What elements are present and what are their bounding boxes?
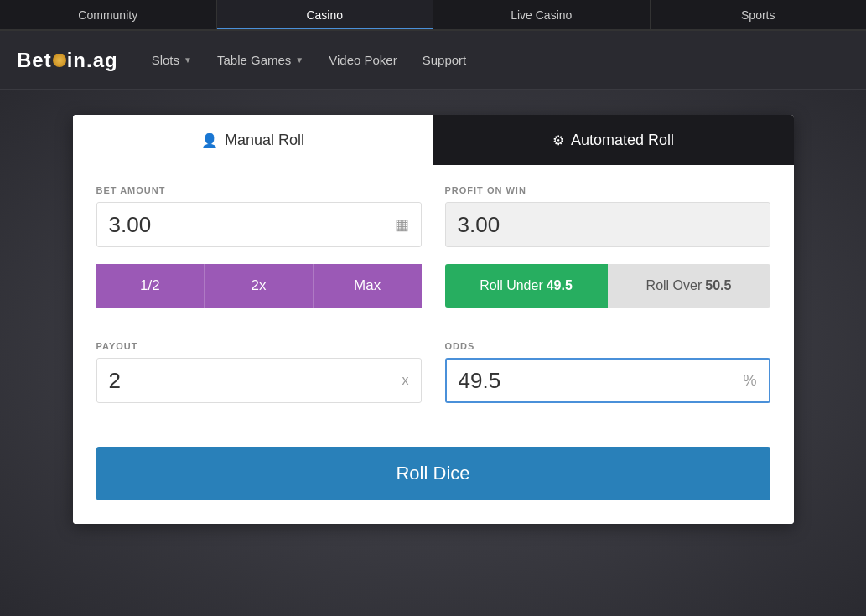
- nav-support[interactable]: Support: [423, 53, 467, 67]
- nav-table-games[interactable]: Table Games ▼: [217, 53, 303, 67]
- multiplier-col: 1/2 2x Max: [96, 264, 422, 324]
- roll-under-value: 49.5: [547, 278, 573, 293]
- roll-under-button[interactable]: Roll Under 49.5: [445, 264, 608, 308]
- nav-slots[interactable]: Slots ▼: [152, 53, 192, 67]
- tab-automated-roll[interactable]: ⚙ Automated Roll: [433, 115, 794, 165]
- nav-live-casino[interactable]: Live Casino: [433, 0, 651, 29]
- nav-video-poker[interactable]: Video Poker: [329, 53, 397, 67]
- secondary-nav-items: Slots ▼ Table Games ▼ Video Poker Suppor…: [152, 53, 467, 67]
- middle-row: 1/2 2x Max Roll Under 49.5 Roll Over: [96, 264, 770, 324]
- bet-amount-icon: ▦: [395, 215, 409, 234]
- profit-on-win-label: PROFIT ON WIN: [445, 185, 770, 195]
- tab-header: 👤 Manual Roll ⚙ Automated Roll: [73, 115, 794, 165]
- roll-dice-section: Roll Dice: [73, 443, 794, 524]
- payout-label: PAYOUT: [96, 341, 422, 351]
- roll-over-button[interactable]: Roll Over 50.5: [608, 264, 770, 308]
- nav-sports[interactable]: Sports: [651, 0, 867, 29]
- bottom-fields-row: PAYOUT 2 x ODDS 49.5 %: [96, 341, 770, 403]
- dice-card: 👤 Manual Roll ⚙ Automated Roll BET AMOUN…: [73, 115, 794, 524]
- payout-value: 2: [109, 368, 402, 394]
- roll-direction-row: Roll Under 49.5 Roll Over 50.5: [445, 264, 770, 308]
- profit-on-win-value: 3.00: [458, 212, 758, 238]
- bet-amount-label: BET AMOUNT: [96, 185, 422, 195]
- double-button[interactable]: 2x: [205, 264, 314, 308]
- manual-person-icon: 👤: [201, 132, 218, 148]
- bet-amount-col: BET AMOUNT 3.00 ▦: [96, 185, 422, 247]
- automated-gear-icon: ⚙: [552, 132, 564, 148]
- roll-over-value: 50.5: [705, 278, 731, 293]
- table-games-dropdown-icon: ▼: [295, 55, 303, 65]
- main-content: 👤 Manual Roll ⚙ Automated Roll BET AMOUN…: [0, 90, 866, 616]
- bet-amount-value: 3.00: [109, 212, 395, 238]
- roll-direction-col: Roll Under 49.5 Roll Over 50.5: [445, 264, 770, 324]
- multiplier-row: 1/2 2x Max: [96, 264, 422, 308]
- odds-col: ODDS 49.5 %: [445, 341, 770, 403]
- odds-suffix: %: [743, 372, 756, 390]
- payout-input[interactable]: 2 x: [96, 358, 422, 403]
- profit-on-win-input: 3.00: [445, 202, 770, 247]
- odds-input[interactable]: 49.5 %: [445, 358, 770, 403]
- payout-suffix: x: [402, 373, 409, 388]
- bet-amount-input[interactable]: 3.00 ▦: [96, 202, 422, 247]
- max-button[interactable]: Max: [314, 264, 422, 308]
- nav-casino[interactable]: Casino: [217, 0, 434, 29]
- profit-on-win-col: PROFIT ON WIN 3.00: [445, 185, 770, 247]
- logo-coin-icon: [53, 54, 66, 67]
- odds-label: ODDS: [445, 341, 770, 351]
- card-body: BET AMOUNT 3.00 ▦ PROFIT ON WIN 3.00: [73, 165, 794, 443]
- secondary-nav: Betin.ag Slots ▼ Table Games ▼ Video Pok…: [0, 31, 866, 90]
- tab-manual-roll[interactable]: 👤 Manual Roll: [73, 115, 433, 165]
- top-fields-row: BET AMOUNT 3.00 ▦ PROFIT ON WIN 3.00: [96, 185, 770, 247]
- roll-dice-button[interactable]: Roll Dice: [96, 447, 770, 500]
- payout-col: PAYOUT 2 x: [96, 341, 422, 403]
- slots-dropdown-icon: ▼: [184, 55, 192, 65]
- nav-community[interactable]: Community: [0, 0, 217, 29]
- half-button[interactable]: 1/2: [96, 264, 205, 308]
- odds-value: 49.5: [459, 368, 737, 394]
- top-nav: Community Casino Live Casino Sports: [0, 0, 866, 31]
- logo: Betin.ag: [17, 49, 118, 72]
